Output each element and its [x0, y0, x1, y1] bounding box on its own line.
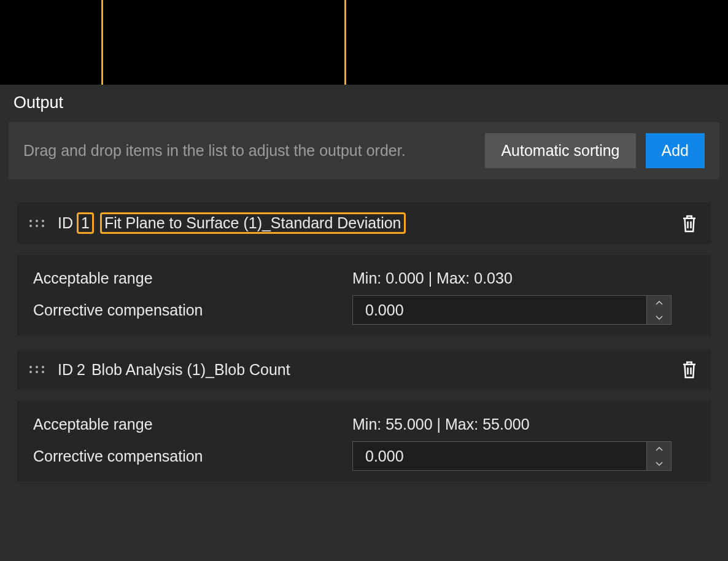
spin-up-icon[interactable]: [647, 442, 671, 456]
compensation-input[interactable]: [353, 442, 646, 470]
drag-handle-icon[interactable]: [29, 360, 44, 379]
corrective-compensation-label: Corrective compensation: [33, 301, 352, 319]
output-item: ID 1 Fit Plane to Surface (1)_Standard D…: [17, 203, 711, 336]
spin-down-icon[interactable]: [647, 456, 671, 470]
delete-icon[interactable]: [680, 213, 699, 234]
add-button[interactable]: Add: [646, 133, 705, 168]
toolbar-hint: Drag and drop items in the list to adjus…: [23, 141, 485, 160]
delete-icon[interactable]: [680, 359, 699, 380]
acceptable-range-value: Min: 55.000 | Max: 55.000: [352, 416, 530, 433]
automatic-sorting-button[interactable]: Automatic sorting: [485, 133, 635, 168]
acceptable-range-label: Acceptable range: [33, 416, 352, 433]
output-item-id: 2: [77, 361, 85, 379]
output-panel: Output Drag and drop items in the list t…: [0, 85, 728, 561]
output-list: ID 1 Fit Plane to Surface (1)_Standard D…: [0, 183, 728, 482]
acceptable-range-label: Acceptable range: [33, 269, 352, 287]
spin-up-icon[interactable]: [647, 296, 671, 310]
output-item-name: Fit Plane to Surface (1)_Standard Deviat…: [100, 212, 406, 234]
output-item-header[interactable]: ID 1 Fit Plane to Surface (1)_Standard D…: [17, 203, 711, 244]
panel-title: Output: [0, 85, 728, 118]
output-item-name: Blob Analysis (1)_Blob Count: [91, 361, 290, 379]
id-prefix-label: ID: [58, 361, 73, 379]
output-item-body: Acceptable range Min: 55.000 | Max: 55.0…: [17, 401, 711, 482]
id-prefix-label: ID: [58, 214, 73, 232]
output-item-id: 1: [77, 212, 94, 234]
black-top-region: [0, 0, 728, 85]
compensation-spinbox[interactable]: [352, 441, 672, 471]
drag-handle-icon[interactable]: [29, 214, 44, 233]
compensation-input[interactable]: [353, 296, 646, 324]
compensation-spinbox[interactable]: [352, 295, 672, 325]
output-item-body: Acceptable range Min: 0.000 | Max: 0.030…: [17, 255, 711, 336]
output-item-header[interactable]: ID 2 Blob Analysis (1)_Blob Count: [17, 349, 711, 390]
output-item: ID 2 Blob Analysis (1)_Blob Count Accept…: [17, 349, 711, 482]
output-toolbar: Drag and drop items in the list to adjus…: [9, 122, 719, 179]
spin-down-icon[interactable]: [647, 310, 671, 324]
acceptable-range-value: Min: 0.000 | Max: 0.030: [352, 269, 513, 287]
corrective-compensation-label: Corrective compensation: [33, 447, 352, 465]
